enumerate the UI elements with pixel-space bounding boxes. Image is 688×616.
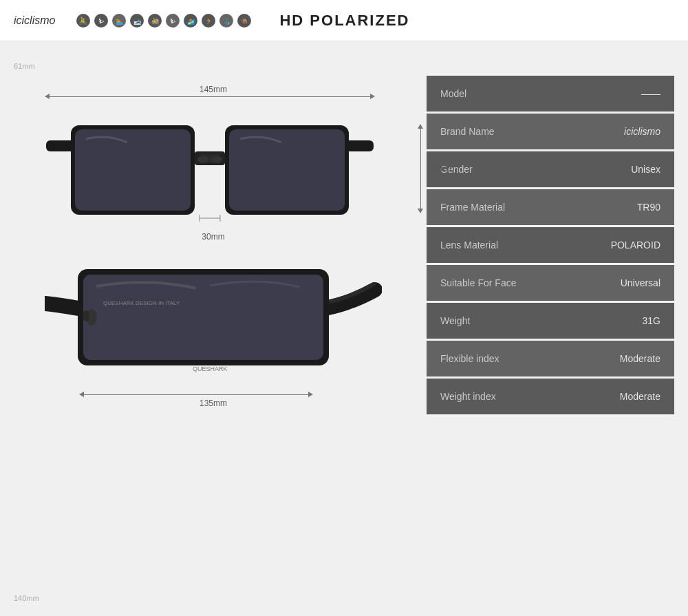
svg-text:🏇: 🏇 [241,17,249,25]
bottom-note: 140mm [14,594,39,602]
spec-value: TR90 [550,202,660,213]
spec-label: Flexible index [440,353,550,364]
main-content: 61mm 145mm [0,41,688,616]
spec-value: 31G [550,315,660,326]
sport-icon-5: 🚵 [147,13,162,28]
specs-panel: Model——Brand NameiciclismoGenderUnisexFr… [427,55,674,609]
spec-row: Frame MaterialTR90 [427,189,674,225]
spec-row: Weight31G [427,303,674,339]
svg-text:🏄: 🏄 [187,17,195,25]
svg-text:🎣: 🎣 [223,17,231,25]
spec-label: Weight [440,315,550,326]
spec-value: —— [550,88,660,99]
svg-text:QUESHARK: QUESHARK [193,365,228,372]
spec-label: Weight index [440,391,550,402]
svg-text:🚵: 🚵 [151,17,160,25]
spec-row: GenderUnisex [427,151,674,187]
sport-icon-2: ⛷ [94,13,109,28]
svg-text:⛷: ⛷ [98,18,105,25]
glasses-area: 61mm 145mm [14,55,413,609]
svg-point-28 [197,156,208,163]
arrow-shaft-135 [84,394,308,395]
svg-text:🏊: 🏊 [116,17,124,25]
dim-145-row: 145mm [45,83,382,102]
sport-icon-4: 🎿 [129,13,144,28]
svg-text:🚴: 🚴 [78,16,88,25]
spec-value: Moderate [550,353,660,364]
spec-row: Suitable For FaceUniversal [427,265,674,301]
spec-value: Moderate [550,391,660,402]
dim-30-label: 30mm [202,232,224,242]
side-glasses-svg: QUESHARK DESIGN IN ITALY QUESHARK [45,248,382,386]
svg-rect-35 [83,275,323,360]
svg-text:⛷: ⛷ [170,18,176,25]
spec-row: Brand Nameiciclismo [427,114,674,149]
spec-row: Model—— [427,76,674,111]
dim-135-arrow [79,392,313,397]
arrow-head-up [418,124,423,129]
cycling-icon: 🚴 [76,13,91,28]
spec-row: Lens MaterialPOLAROID [427,227,674,263]
spec-label: Gender [440,164,550,175]
arrow-head-left [45,94,50,99]
front-glasses-svg [45,105,375,225]
spec-row: Weight indexModerate [427,379,674,414]
front-view-container: 145mm [45,83,382,228]
sport-icon-10: 🏇 [237,13,252,28]
sport-icon-9: 🎣 [219,13,234,28]
svg-point-39 [83,310,89,321]
spec-label: Model [440,88,550,99]
spec-label: Lens Material [440,240,550,251]
sport-icon-6: ⛷ [165,13,180,28]
dim-145-arrow [45,94,375,99]
side-view-container: QUESHARK DESIGN IN ITALY QUESHARK 135 [45,248,382,408]
dim-30-label-row: 30mm [182,232,244,242]
arrow-left-135 [79,392,84,397]
v-shaft-bottom [420,169,421,209]
svg-text:🏃: 🏃 [205,17,213,25]
specs-table: Model——Brand NameiciclismoGenderUnisexFr… [427,76,674,416]
arrow-shaft [50,96,370,97]
svg-text:QUESHARK DESIGN IN ITALY: QUESHARK DESIGN IN ITALY [103,300,180,306]
arrow-head-down [418,209,423,213]
dim-135-arrow-wrap [114,392,313,397]
spec-label: Brand Name [440,126,550,137]
front-glasses-svg-wrap: 50mm 30mm [45,105,382,228]
sport-icon-7: 🏄 [183,13,198,28]
spec-value: iciclismo [550,126,660,137]
sport-icons: 🚴 ⛷ 🏊 🎿 🚵 ⛷ 🏄 🏃 🎣 🏇 [76,13,252,28]
header: iciclismo 🚴 ⛷ 🏊 🎿 🚵 ⛷ 🏄 🏃 🎣 🏇 HD POLARIZ… [0,0,688,41]
v-shaft-top [420,129,421,169]
svg-rect-20 [46,140,75,151]
dim-135-row: 135mm [45,389,382,408]
svg-point-29 [211,156,222,163]
sport-icon-8: 🏃 [201,13,216,28]
spec-value: POLAROID [550,240,660,251]
sport-icon-3: 🏊 [111,13,127,28]
dim-50-label: 50mm [431,164,454,173]
top-note: 61mm [14,62,35,70]
svg-rect-21 [345,140,374,151]
brand-name: iciclismo [14,14,55,27]
spec-label: Frame Material [440,202,550,213]
spec-value: Unisex [550,164,660,175]
arrow-head-right [370,94,375,99]
hd-polarized-label: HD POLARIZED [279,12,409,30]
spec-row: Flexible indexModerate [427,341,674,376]
spec-label: Suitable For Face [440,277,550,288]
dim-135-label: 135mm [200,399,227,408]
svg-text:🎿: 🎿 [133,17,142,25]
arrow-right-135 [308,392,313,397]
svg-rect-23 [75,129,191,211]
spec-value: Universal [550,277,660,288]
svg-rect-27 [229,129,345,211]
dim-50-container: 50mm [418,124,423,213]
